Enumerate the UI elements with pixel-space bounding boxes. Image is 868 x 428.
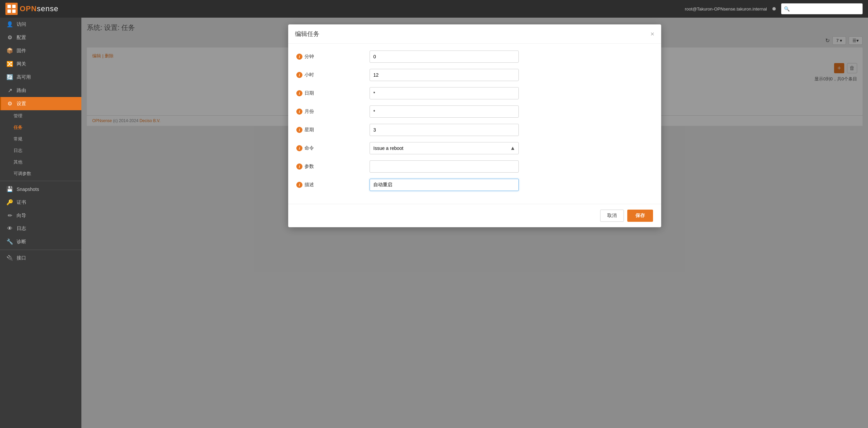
modal-footer: 取消 保存 — [288, 204, 661, 227]
sidebar-item-routing[interactable]: ↗ 路由 — [0, 84, 81, 97]
svg-rect-2 — [7, 9, 11, 13]
day-info-icon: i — [296, 90, 302, 96]
sidebar-item-snapshots[interactable]: 💾 Snapshots — [0, 182, 81, 196]
subitem-label: 管理 — [14, 113, 22, 119]
sidebar-divider — [0, 181, 81, 181]
sidebar-item-config[interactable]: ⚙ 配置 — [0, 31, 81, 44]
form-row-params: i 参数 — [296, 160, 653, 173]
subitem-label: 常规 — [14, 136, 22, 142]
subitem-label: 可调参数 — [14, 171, 31, 177]
sidebar-subitem-management[interactable]: 管理 — [0, 110, 81, 122]
diag-icon: 🔧 — [6, 238, 13, 245]
params-label: i 参数 — [296, 163, 364, 170]
hour-info-icon: i — [296, 72, 302, 78]
hour-label: i 小时 — [296, 72, 364, 78]
sidebar-item-certs[interactable]: 🔑 证书 — [0, 196, 81, 209]
sidebar-item-label: 证书 — [17, 199, 26, 206]
layout: 👤 访问 ⚙ 配置 📦 固件 🔀 网关 🔄 高可用 ↗ 路由 ⚙ 设置 管理 — [0, 18, 868, 428]
svg-rect-3 — [12, 9, 16, 13]
params-input[interactable] — [370, 160, 519, 173]
sidebar-item-label: 配置 — [17, 35, 26, 41]
sidebar: 👤 访问 ⚙ 配置 📦 固件 🔀 网关 🔄 高可用 ↗ 路由 ⚙ 设置 管理 — [0, 18, 81, 428]
snapshots-icon: 💾 — [6, 186, 13, 192]
sidebar-item-access[interactable]: 👤 访问 — [0, 18, 81, 31]
sidebar-item-label: 接口 — [17, 255, 26, 261]
gateway-icon: 🔀 — [6, 61, 13, 67]
sidebar-item-firmware[interactable]: 📦 固件 — [0, 44, 81, 57]
form-row-month: i 月份 — [296, 105, 653, 118]
sidebar-item-label: 高可用 — [17, 74, 31, 80]
desc-info-icon: i — [296, 182, 302, 188]
sidebar-item-ha[interactable]: 🔄 高可用 — [0, 71, 81, 84]
sidebar-item-label: 设置 — [17, 101, 26, 107]
logo: OPNsense — [5, 3, 58, 15]
desc-label: i 描述 — [296, 182, 364, 188]
save-button[interactable]: 保存 — [627, 210, 653, 222]
sidebar-item-diag[interactable]: 🔧 诊断 — [0, 235, 81, 248]
topbar: OPNsense root@Takuron-OPNsense.takuron.i… — [0, 0, 868, 18]
weekday-input[interactable] — [370, 124, 519, 136]
month-label: i 月份 — [296, 109, 364, 115]
subitem-label: 日志 — [14, 148, 22, 154]
minute-info-icon: i — [296, 54, 302, 60]
minute-label: i 分钟 — [296, 54, 364, 60]
desc-input[interactable] — [370, 179, 519, 191]
sidebar-item-label: Snapshots — [17, 187, 39, 192]
form-row-day: i 日期 — [296, 87, 653, 99]
interface-icon: 🔌 — [6, 255, 13, 261]
modal-close-button[interactable]: × — [650, 31, 654, 37]
wizard-icon: ✏ — [6, 212, 13, 219]
certs-icon: 🔑 — [6, 199, 13, 206]
month-input[interactable] — [370, 105, 519, 118]
command-info-icon: i — [296, 145, 302, 151]
svg-rect-0 — [7, 5, 11, 8]
ha-icon: 🔄 — [6, 74, 13, 80]
config-icon: ⚙ — [6, 34, 13, 41]
modal-overlay: 编辑任务 × i 分钟 i — [81, 18, 868, 428]
sidebar-item-settings[interactable]: ⚙ 设置 — [0, 97, 81, 110]
routing-icon: ↗ — [6, 87, 13, 94]
firmware-icon: 📦 — [6, 47, 13, 54]
search-icon: 🔍 — [784, 6, 790, 12]
logo-text: OPNsense — [20, 4, 58, 13]
sidebar-subitem-logs[interactable]: 日志 — [0, 145, 81, 156]
hour-input[interactable] — [370, 69, 519, 81]
params-info-icon: i — [296, 163, 302, 170]
sidebar-item-label: 诊断 — [17, 239, 26, 245]
search-input[interactable] — [792, 6, 860, 12]
sidebar-subitem-general[interactable]: 常规 — [0, 133, 81, 145]
sidebar-item-wizard[interactable]: ✏ 向导 — [0, 209, 81, 222]
sidebar-item-label: 向导 — [17, 213, 26, 219]
settings-icon: ⚙ — [6, 100, 13, 107]
form-row-command: i 命令 Issue a reboot ▲ — [296, 142, 653, 154]
svg-rect-1 — [12, 5, 16, 8]
day-input[interactable] — [370, 87, 519, 99]
command-label: i 命令 — [296, 145, 364, 151]
subitem-label: 其他 — [14, 159, 22, 165]
main-content: 系统: 设置: 任务 ↻ 7 ▾ ☰▾ 编辑 | 删除 + 🗑 显示0到0，共0… — [81, 18, 868, 428]
logo-icon — [5, 3, 18, 15]
topbar-search-box[interactable]: 🔍 — [781, 3, 863, 14]
sidebar-item-log2[interactable]: 👁 日志 — [0, 222, 81, 235]
sidebar-subitem-tunables[interactable]: 可调参数 — [0, 168, 81, 179]
day-label: i 日期 — [296, 90, 364, 96]
sidebar-subitem-other[interactable]: 其他 — [0, 156, 81, 168]
form-row-hour: i 小时 — [296, 69, 653, 81]
modal-dialog: 编辑任务 × i 分钟 i — [288, 24, 661, 227]
log-icon: 👁 — [6, 226, 13, 232]
opnsense-logo-svg — [7, 4, 16, 14]
sidebar-item-gateway[interactable]: 🔀 网关 — [0, 57, 81, 71]
sidebar-item-label: 日志 — [17, 226, 26, 232]
form-row-weekday: i 星期 — [296, 124, 653, 136]
status-indicator — [772, 7, 776, 11]
sidebar-item-label: 路由 — [17, 87, 26, 94]
subitem-label: 任务 — [14, 124, 22, 131]
sidebar-subitem-tasks[interactable]: 任务 — [0, 122, 81, 133]
minute-input[interactable] — [370, 51, 519, 63]
command-select[interactable]: Issue a reboot — [370, 142, 519, 154]
cancel-button[interactable]: 取消 — [600, 210, 624, 222]
sidebar-item-label: 网关 — [17, 61, 26, 67]
weekday-info-icon: i — [296, 127, 302, 133]
sidebar-item-label: 固件 — [17, 48, 26, 54]
sidebar-item-interface[interactable]: 🔌 接口 — [0, 251, 81, 265]
